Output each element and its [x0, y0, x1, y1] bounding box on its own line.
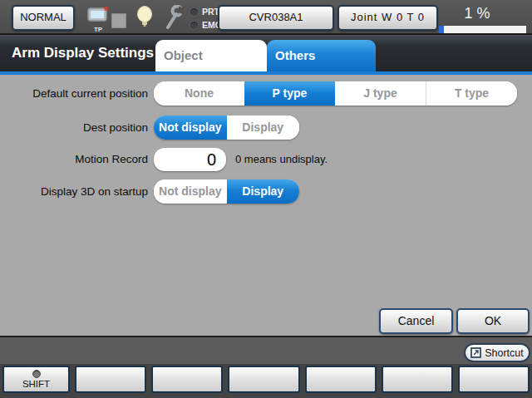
fn-key-6[interactable]	[382, 366, 453, 393]
shortcut-strip: Shortcut	[0, 336, 532, 364]
fn-key-7[interactable]	[458, 366, 530, 393]
page-title: Arm Display Settings	[12, 35, 154, 71]
cancel-button[interactable]: Cancel	[379, 308, 453, 334]
option-p-type[interactable]: P type	[244, 81, 335, 106]
ok-button[interactable]: OK	[456, 308, 530, 334]
option-j-type[interactable]: J type	[335, 81, 426, 106]
wrench-icon	[162, 5, 184, 30]
option-3d-display[interactable]: Display	[227, 179, 300, 204]
title-bar: Arm Display Settings Object Others	[0, 35, 532, 71]
top-status-bar: NORMAL TP PRTCT EMG CVR038A1 Joint W 0 T…	[0, 0, 532, 35]
fn-key-5[interactable]	[305, 366, 377, 393]
function-key-bar: SHIFT	[0, 364, 532, 398]
fn-key-shift[interactable]: SHIFT	[2, 366, 70, 393]
coordinate-mode-button[interactable]: Joint W 0 T 0	[337, 5, 438, 31]
mode-button[interactable]: NORMAL	[12, 5, 75, 31]
dest-position-options: Not display Display	[154, 115, 299, 140]
fn-key-label: SHIFT	[22, 379, 50, 389]
motion-record-note: 0 means undisplay.	[235, 148, 328, 171]
robot-name-button[interactable]: CVR038A1	[218, 5, 334, 31]
default-current-position-options: None P type J type T type	[154, 81, 517, 106]
shortcut-icon	[470, 347, 481, 358]
prtct-led-icon	[190, 7, 199, 17]
shift-led-icon	[32, 370, 41, 378]
speed-percentage: 1 %	[447, 5, 507, 22]
label-default-current-position: Default current position	[0, 81, 148, 106]
label-dest-position: Dest position	[0, 115, 148, 140]
shortcut-button[interactable]: Shortcut	[464, 343, 530, 362]
lamp-icon	[135, 6, 154, 29]
teach-pendant-label: TP	[86, 27, 111, 33]
stop-square-icon	[111, 13, 126, 28]
fn-key-3[interactable]	[151, 366, 223, 393]
fn-key-4[interactable]	[228, 366, 300, 393]
option-dest-not-display[interactable]: Not display	[154, 115, 227, 140]
option-3d-not-display[interactable]: Not display	[154, 179, 227, 204]
option-dest-display[interactable]: Display	[227, 115, 300, 140]
tab-object[interactable]: Object	[155, 40, 267, 71]
settings-panel: Default current position None P type J t…	[0, 75, 532, 336]
display-3d-options: Not display Display	[154, 179, 299, 204]
emg-led-icon	[190, 21, 199, 30]
speed-progress-bar	[439, 26, 526, 33]
option-t-type[interactable]: T type	[426, 81, 517, 106]
teach-pendant-icon: TP	[86, 6, 111, 33]
option-none[interactable]: None	[154, 81, 244, 106]
fn-key-2[interactable]	[75, 366, 146, 393]
tab-others[interactable]: Others	[267, 40, 376, 71]
label-motion-record: Motion Record	[0, 148, 148, 171]
speed-progress-fill	[439, 26, 444, 33]
motion-record-input[interactable]	[154, 148, 226, 171]
label-display-3d-on-startup: Display 3D on startup	[0, 179, 148, 204]
shortcut-label: Shortcut	[485, 347, 524, 359]
teach-pendant-icon-glyph	[86, 6, 110, 22]
